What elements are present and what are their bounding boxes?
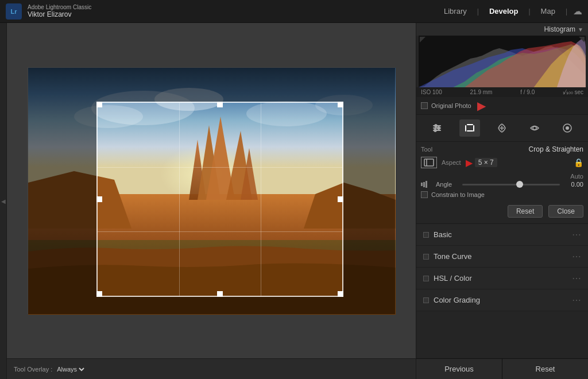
tool-name: Crop & Straighten bbox=[529, 145, 583, 153]
angle-row: Angle 0.00 bbox=[421, 181, 583, 188]
reset-button[interactable]: Reset bbox=[508, 205, 543, 218]
left-panel-arrow[interactable]: ◀ bbox=[1, 198, 6, 204]
iso-value: ISO 100 bbox=[421, 89, 442, 95]
crop-mask-right bbox=[343, 102, 395, 297]
panel-toggle-hsl-color[interactable] bbox=[423, 276, 429, 281]
reset-close-row: Reset Close bbox=[421, 203, 583, 220]
tool-crop-icon[interactable] bbox=[459, 119, 480, 137]
histogram-canvas bbox=[419, 36, 586, 87]
svg-point-30 bbox=[566, 126, 569, 130]
histogram-dropdown-icon[interactable]: ▼ bbox=[578, 26, 583, 33]
svg-point-21 bbox=[434, 129, 437, 132]
histogram-svg bbox=[419, 36, 586, 87]
aspect-row: Aspect ▶ 5 × 7 🔒 bbox=[421, 157, 583, 168]
original-photo-arrow: ▶ bbox=[477, 99, 486, 113]
app-info: Adobe Lightroom Classic Viktor Elizarov bbox=[28, 4, 91, 18]
photo-area bbox=[7, 23, 416, 358]
auto-label: Auto bbox=[421, 173, 583, 180]
aspect-label: Aspect bbox=[442, 159, 461, 166]
panel-toggle-tone-curve[interactable] bbox=[423, 254, 429, 260]
svg-rect-23 bbox=[467, 130, 473, 132]
panel-options-hsl-color[interactable]: ⋯ bbox=[572, 273, 581, 284]
svg-rect-31 bbox=[424, 159, 434, 166]
svg-point-28 bbox=[533, 126, 536, 130]
svg-point-19 bbox=[435, 125, 438, 127]
panel-options-basic[interactable]: ⋯ bbox=[572, 229, 581, 240]
lr-logo: Lr bbox=[6, 3, 22, 20]
tool-overlay-label: Tool Overlay : bbox=[14, 366, 52, 373]
panel-options-color-grading[interactable]: ⋯ bbox=[572, 295, 581, 305]
crop-mask-left bbox=[28, 102, 96, 297]
main-area: ◀ bbox=[0, 23, 588, 379]
angle-label: Angle bbox=[436, 181, 459, 188]
aspect-value[interactable]: 5 × 7 bbox=[475, 158, 497, 167]
angle-value: 0.00 bbox=[563, 181, 583, 188]
svg-rect-22 bbox=[465, 125, 466, 132]
tool-healing-icon[interactable] bbox=[492, 119, 512, 137]
previous-button[interactable]: Previous bbox=[416, 359, 502, 379]
original-photo-label: Original Photo bbox=[431, 102, 471, 109]
shutter-value: ₁⁄₁₀₀ sec bbox=[563, 89, 583, 95]
panel-label-hsl-color: HSL / Color bbox=[434, 274, 572, 283]
tool-label: Tool bbox=[421, 146, 432, 153]
original-photo-checkbox[interactable] bbox=[421, 102, 428, 109]
tool-redeye-icon[interactable] bbox=[524, 119, 545, 137]
shadows-clip-indicator[interactable] bbox=[420, 37, 425, 42]
histogram-meta: ISO 100 21.9 mm f / 9.0 ₁⁄₁₀₀ sec bbox=[416, 87, 588, 97]
top-bar: Lr Adobe Lightroom Classic Viktor Elizar… bbox=[0, 0, 588, 23]
tab-map[interactable]: Map bbox=[532, 0, 564, 23]
angle-slider-thumb[interactable] bbox=[516, 181, 523, 188]
reset-all-button[interactable]: Reset bbox=[502, 359, 588, 379]
aspect-dropdown-arrow[interactable]: ▶ bbox=[466, 157, 473, 168]
aspect-icon bbox=[421, 157, 437, 168]
histogram-title: Histogram bbox=[544, 25, 575, 33]
crop-tool-row: Tool Crop & Straighten bbox=[421, 145, 583, 153]
bottom-bar: Tool Overlay : Always Never Auto bbox=[7, 358, 416, 379]
tab-library[interactable]: Library bbox=[435, 0, 476, 23]
tool-masking-icon[interactable] bbox=[557, 119, 578, 137]
panel-item-hsl-color[interactable]: HSL / Color ⋯ bbox=[416, 268, 588, 289]
panel-label-color-grading: Color Grading bbox=[434, 296, 572, 304]
cloud-icon: ☁ bbox=[573, 6, 582, 17]
center-area: Tool Overlay : Always Never Auto bbox=[7, 23, 416, 379]
close-button[interactable]: Close bbox=[548, 205, 583, 218]
panel-list: Basic ⋯ Tone Curve ⋯ HSL / Color ⋯ Color… bbox=[416, 224, 588, 358]
aperture-value: f / 9.0 bbox=[520, 89, 535, 95]
original-photo-row: Original Photo ▶ bbox=[416, 97, 588, 114]
crop-mask-top bbox=[28, 67, 395, 102]
svg-rect-24 bbox=[473, 125, 474, 132]
user-name: Viktor Elizarov bbox=[28, 10, 91, 18]
panel-item-basic[interactable]: Basic ⋯ bbox=[416, 224, 588, 246]
constrain-checkbox[interactable] bbox=[421, 191, 428, 198]
panel-options-tone-curve[interactable]: ⋯ bbox=[572, 251, 581, 262]
bottom-buttons: Previous Reset bbox=[416, 358, 588, 379]
focal-value: 21.9 mm bbox=[470, 89, 492, 95]
tab-develop[interactable]: Develop bbox=[480, 0, 528, 23]
svg-point-4 bbox=[246, 101, 327, 126]
panel-item-tone-curve[interactable]: Tone Curve ⋯ bbox=[416, 246, 588, 268]
right-panel: Histogram ▼ bbox=[416, 23, 588, 379]
lock-icon[interactable]: 🔒 bbox=[574, 158, 583, 167]
tool-sliders-icon[interactable] bbox=[427, 119, 447, 137]
angle-icon bbox=[421, 181, 432, 188]
svg-rect-25 bbox=[467, 124, 473, 125]
photo-canvas bbox=[28, 67, 395, 314]
left-panel: ◀ bbox=[0, 23, 7, 379]
histogram-section: Histogram ▼ bbox=[416, 23, 588, 115]
highlights-clip-indicator[interactable] bbox=[579, 37, 585, 42]
panel-toggle-basic[interactable] bbox=[423, 232, 429, 238]
crop-mask-bottom bbox=[28, 297, 395, 314]
app-name: Adobe Lightroom Classic bbox=[28, 4, 91, 10]
tool-overlay-select[interactable]: Always Never Auto bbox=[55, 365, 86, 373]
panel-item-color-grading[interactable]: Color Grading ⋯ bbox=[416, 289, 588, 311]
panel-label-basic: Basic bbox=[434, 230, 572, 239]
panel-toggle-color-grading[interactable] bbox=[423, 297, 429, 303]
constrain-label: Constrain to Image bbox=[431, 191, 485, 198]
tool-icons-row bbox=[416, 115, 588, 142]
svg-point-20 bbox=[438, 127, 440, 130]
histogram-header: Histogram ▼ bbox=[416, 23, 588, 36]
crop-panel: Tool Crop & Straighten Aspect ▶ 5 × 7 🔒 … bbox=[416, 142, 588, 224]
angle-slider[interactable] bbox=[462, 184, 560, 185]
nav-tabs: Library | Develop | Map | ☁ bbox=[435, 0, 582, 23]
panel-label-tone-curve: Tone Curve bbox=[434, 252, 572, 261]
